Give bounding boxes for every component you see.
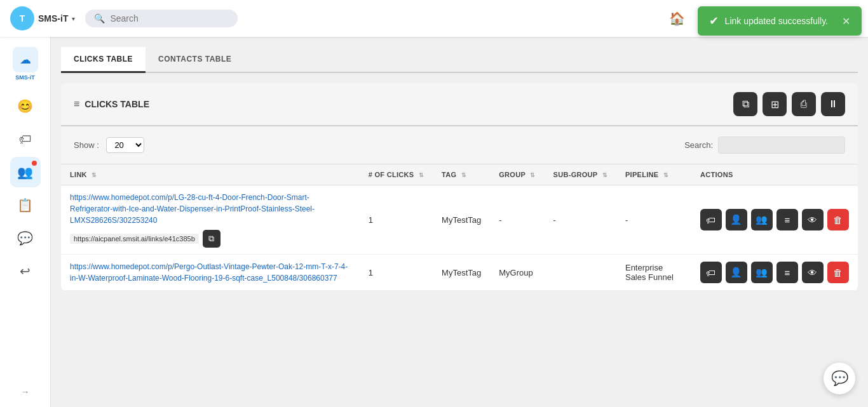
row2-group-button[interactable]: 👥	[751, 262, 773, 283]
row1-group: -	[490, 185, 544, 255]
table-search-input[interactable]	[718, 137, 845, 154]
home-icon[interactable]: 🏠	[669, 11, 685, 26]
row1-link-text: https://www.homedepot.com/p/LG-28-cu-ft-…	[70, 192, 351, 226]
row1-copy-link-button[interactable]: ⧉	[203, 230, 220, 248]
col-link[interactable]: LINK ⇅	[61, 164, 360, 185]
row1-actions-cell: 🏷 👤 👥 ≡ 👁 🗑	[700, 209, 849, 230]
row2-delete-button[interactable]: 🗑	[827, 262, 849, 283]
row2-link-text: https://www.homedepot.com/p/Pergo-Outlas…	[70, 261, 351, 284]
sort-icon-pipeline: ⇅	[663, 172, 668, 178]
brand-chevron[interactable]: ▾	[72, 15, 75, 22]
sidebar-logo-text: SMS-iT	[15, 74, 35, 81]
row2-subgroup	[545, 255, 616, 291]
tab-clicks-table[interactable]: CLICKS TABLE	[61, 47, 146, 73]
success-toast: ✔ Link updated successfully. ✕	[698, 6, 862, 36]
row2-tag: MyTestTag	[433, 255, 490, 291]
row2-link-cell: https://www.homedepot.com/p/Pergo-Outlas…	[61, 255, 360, 291]
clicks-data-table: LINK ⇅ # OF CLICKS ⇅ TAG ⇅ GROUP ⇅	[61, 164, 858, 291]
sidebar-logo-icon: ☁	[13, 47, 38, 72]
toast-message: Link updated successfully.	[725, 16, 828, 26]
row1-short-link-row: https://aicpanel.smsit.ai/links/e41c385b…	[70, 230, 351, 248]
row1-contact-button[interactable]: 👤	[726, 209, 747, 230]
sidebar-item-users[interactable]: 👥	[10, 157, 41, 187]
row2-pipeline: Enterprise Sales Funnel	[616, 255, 691, 291]
table-search-control: Search:	[684, 137, 845, 154]
row2-view-button[interactable]: 👁	[802, 262, 824, 283]
sidebar: ☁ SMS-iT 😊 🏷 👥 📋 💬 ↩ →	[0, 37, 51, 301]
row2-group: MyGroup	[490, 255, 544, 291]
print-button[interactable]: ⎙	[792, 92, 816, 116]
show-count-control: Show : 20 50 100	[74, 137, 144, 153]
show-select[interactable]: 20 50 100	[106, 137, 144, 153]
sidebar-item-settings[interactable]: ↩	[10, 256, 41, 286]
brand-logo[interactable]: T SMS-iT ▾	[10, 6, 75, 30]
table-row: https://www.homedepot.com/p/Pergo-Outlas…	[61, 255, 858, 291]
sidebar-item-contacts[interactable]: 😊	[10, 91, 41, 121]
row2-actions: 🏷 👤 👥 ≡ 👁 🗑	[691, 255, 858, 291]
contacts-icon: 😊	[17, 98, 33, 114]
row1-clicks: 1	[360, 185, 433, 255]
search-icon: 🔍	[94, 13, 105, 23]
toast-check-icon: ✔	[709, 14, 719, 28]
excel-export-button[interactable]: ⊞	[763, 92, 787, 116]
tags-icon: 🏷	[19, 132, 32, 147]
table-title: ≡ CLICKS TABLE	[74, 98, 149, 110]
notification-badge	[32, 161, 37, 166]
table-controls: Show : 20 50 100 Search:	[61, 126, 858, 164]
messages-icon: 💬	[17, 230, 33, 246]
settings-icon: ↩	[20, 264, 31, 279]
table-row: https://www.homedepot.com/p/LG-28-cu-ft-…	[61, 185, 858, 255]
avatar: T	[10, 6, 34, 30]
reports-icon: 📋	[17, 197, 33, 213]
col-pipeline[interactable]: PIPELINE ⇅	[616, 164, 691, 185]
col-clicks[interactable]: # OF CLICKS ⇅	[360, 164, 433, 185]
col-actions: ACTIONS	[691, 164, 858, 185]
row2-actions-cell: 🏷 👤 👥 ≡ 👁 🗑	[700, 262, 849, 283]
sort-icon-link: ⇅	[92, 172, 97, 178]
search-bar[interactable]: 🔍	[85, 10, 238, 27]
col-tag[interactable]: TAG ⇅	[433, 164, 490, 185]
main-content: CLICKS TABLE CONTACTS TABLE ≡ CLICKS TAB…	[51, 37, 868, 301]
col-subgroup[interactable]: SUB-GROUP ⇅	[545, 164, 616, 185]
sort-icon-group: ⇅	[530, 172, 535, 178]
row1-link-cell: https://www.homedepot.com/p/LG-28-cu-ft-…	[61, 185, 360, 255]
row1-edit-button[interactable]: ≡	[776, 209, 798, 230]
copy-table-button[interactable]: ⧉	[733, 92, 757, 116]
row2-tag-button[interactable]: 🏷	[700, 262, 722, 283]
col-group[interactable]: GROUP ⇅	[490, 164, 544, 185]
table-search-label: Search:	[684, 140, 713, 150]
sidebar-item-messages[interactable]: 💬	[10, 223, 41, 253]
row1-group-button[interactable]: 👥	[751, 209, 773, 230]
row1-tag-button[interactable]: 🏷	[700, 209, 722, 230]
users-icon: 👥	[17, 164, 33, 180]
row1-subgroup: -	[545, 185, 616, 255]
sort-icon-subgroup: ⇅	[602, 172, 607, 178]
sidebar-item-tags[interactable]: 🏷	[10, 124, 41, 154]
row1-short-link-text: https://aicpanel.smsit.ai/links/e41c385b	[70, 234, 199, 244]
table-title-text: CLICKS TABLE	[85, 99, 149, 109]
clicks-table-card: ≡ CLICKS TABLE ⧉ ⊞ ⎙ ⏸ Show : 20 50 100	[61, 83, 858, 291]
show-label: Show :	[74, 140, 99, 150]
tab-contacts-table[interactable]: CONTACTS TABLE	[146, 47, 244, 73]
table-title-icon: ≡	[74, 98, 79, 110]
row1-delete-button[interactable]: 🗑	[827, 209, 849, 230]
row2-contact-button[interactable]: 👤	[726, 262, 747, 283]
search-input[interactable]	[110, 13, 229, 23]
sidebar-item-reports[interactable]: 📋	[10, 190, 41, 220]
row1-tag: MyTestTag	[433, 185, 490, 255]
brand-label: SMS-iT	[38, 13, 68, 23]
tabs-bar: CLICKS TABLE CONTACTS TABLE	[61, 47, 858, 73]
sort-icon-tag: ⇅	[461, 172, 466, 178]
table-card-header: ≡ CLICKS TABLE ⧉ ⊞ ⎙ ⏸	[61, 83, 858, 126]
row1-view-button[interactable]: 👁	[802, 209, 824, 230]
row1-actions: 🏷 👤 👥 ≡ 👁 🗑	[691, 185, 858, 255]
toolbar-buttons: ⧉ ⊞ ⎙ ⏸	[733, 92, 845, 116]
toast-close-button[interactable]: ✕	[842, 15, 850, 27]
row1-pipeline: -	[616, 185, 691, 255]
row2-clicks: 1	[360, 255, 433, 291]
row2-edit-button[interactable]: ≡	[776, 262, 798, 283]
pause-button[interactable]: ⏸	[821, 92, 845, 116]
sidebar-logo: ☁ SMS-iT	[13, 47, 38, 81]
sort-icon-clicks: ⇅	[419, 172, 424, 178]
